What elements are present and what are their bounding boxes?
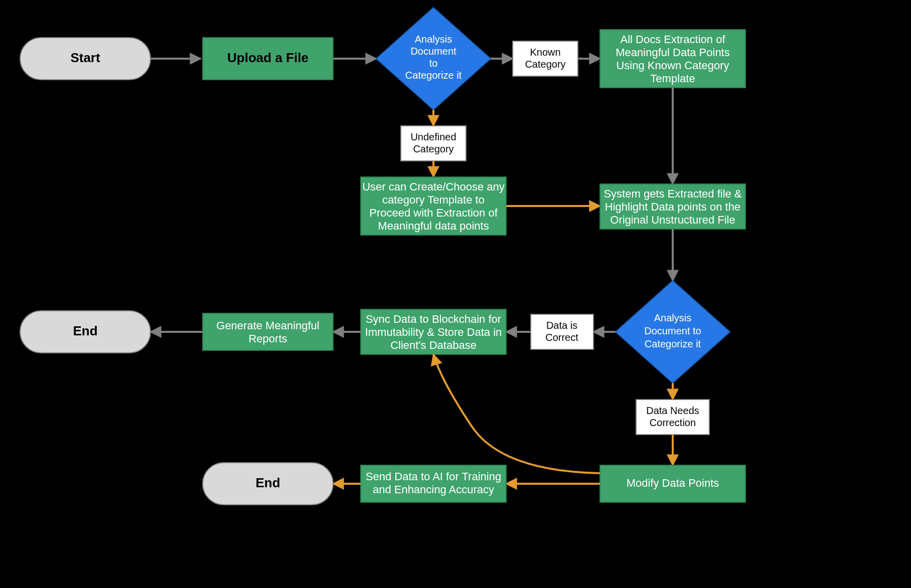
known-l1: Known — [530, 47, 560, 58]
decision1-l4: Categorize it — [405, 70, 462, 81]
arrow-modify-sync — [433, 354, 600, 473]
undefined-l2: Category — [413, 143, 453, 154]
reports-l1: Generate Meaningful — [216, 319, 319, 332]
highlight-l3: Original Unstructured File — [610, 214, 735, 226]
modify-label: Modify Data Points — [627, 477, 719, 489]
start-label: Start — [70, 50, 100, 65]
ai-l2: and Enhancing Accuracy — [373, 483, 494, 496]
extract-l1: All Docs Extraction of — [620, 33, 725, 46]
sync-l3: Client's Database — [390, 339, 477, 351]
decision1-l1: Analysis — [415, 34, 452, 45]
extract-l4: Template — [650, 72, 695, 85]
sync-l1: Sync Data to Blockchain for — [366, 313, 501, 325]
usercreate-l4: Meaningful data points — [378, 220, 489, 232]
end2-label: End — [255, 475, 280, 490]
decision2-l2: Document to — [644, 325, 701, 336]
end1-label: End — [73, 323, 97, 338]
extract-l3: Using Known Category — [616, 59, 729, 72]
extract-l2: Meaningful Data Points — [616, 46, 729, 59]
undefined-l1: Undefined — [410, 131, 456, 142]
correct-l1: Data is — [546, 320, 577, 331]
decision1-l2: Document — [410, 46, 457, 57]
ai-l1: Send Data to AI for Training — [366, 470, 501, 483]
sync-l2: Immutability & Store Data in — [365, 326, 502, 338]
needs-l1: Data Needs — [646, 405, 699, 416]
decision1-l3: to — [429, 58, 438, 69]
decision2-l3: Categorize it — [645, 338, 701, 349]
known-l2: Category — [525, 59, 565, 70]
usercreate-l3: Proceed with Extraction of — [369, 207, 498, 219]
reports-l2: Reports — [248, 332, 287, 345]
upload-label: Upload a File — [227, 50, 309, 65]
correct-l2: Correct — [545, 332, 578, 343]
usercreate-l1: User can Create/Choose any — [362, 180, 505, 193]
flowchart: Start Upload a File Analysis Document to… — [0, 0, 911, 588]
usercreate-l2: category Template to — [382, 193, 485, 206]
highlight-l1: System gets Extracted file & — [603, 187, 741, 200]
decision2-l1: Analysis — [654, 312, 691, 323]
needs-l2: Correction — [650, 417, 696, 428]
highlight-l2: Highlight Data points on the — [605, 201, 740, 213]
